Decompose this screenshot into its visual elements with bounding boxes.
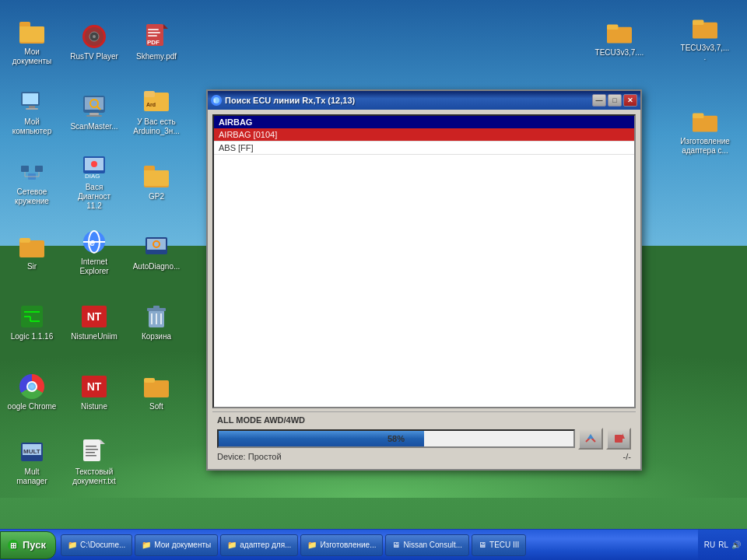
icon-label-rustv: RusTV Player bbox=[70, 52, 118, 61]
icon-label-sir: Sir bbox=[27, 262, 37, 271]
icon-label-moi-dokumenty: Мои документы bbox=[12, 47, 52, 66]
svg-rect-12 bbox=[148, 29, 159, 30]
icon-korzina[interactable]: Корзина bbox=[128, 292, 184, 354]
svg-rect-1 bbox=[19, 24, 30, 29]
svg-text:Ard: Ard bbox=[146, 102, 156, 107]
svg-rect-62 bbox=[144, 380, 169, 397]
progress-action-btn2[interactable] bbox=[606, 428, 631, 450]
taskbar-item-1[interactable]: 📁 Мои документы bbox=[135, 534, 218, 556]
taskbar-label-4: Nissan Consult... bbox=[403, 541, 462, 549]
list-item-abs[interactable]: ABS [FF] bbox=[214, 142, 634, 155]
icon-izgotovlenie[interactable]: Изготовление адаптера с... bbox=[677, 101, 733, 163]
separator: -/- bbox=[623, 452, 631, 461]
svg-text:e: e bbox=[89, 236, 95, 248]
svg-text:MULT: MULT bbox=[23, 448, 40, 455]
svg-rect-0 bbox=[19, 26, 44, 44]
icon-chrome[interactable]: oogle Chrome bbox=[4, 362, 60, 424]
ecu-list[interactable]: AIRBAG AIRBAG [0104] ABS [FF] bbox=[212, 114, 636, 408]
taskbar-icon-2: 📁 bbox=[227, 541, 237, 549]
taskbar-item-0[interactable]: 📁 C:\Docume... bbox=[61, 534, 132, 556]
icon-tecu1[interactable]: TECU3v3,7,.... bbox=[677, 8, 733, 70]
icon-scanmaster[interactable]: ScanMaster... bbox=[66, 82, 122, 144]
title-bar-left: i Поиск ECU линии Rx,Tx (12,13) bbox=[211, 95, 355, 106]
dialog-window: i Поиск ECU линии Rx,Tx (12,13) — □ ✕ AI… bbox=[206, 89, 642, 471]
taskbar: ⊞ Пуск 📁 C:\Docume... 📁 Мои документы 📁 … bbox=[0, 529, 747, 560]
taskbar-icon-0: 📁 bbox=[68, 541, 77, 549]
maximize-button[interactable]: □ bbox=[608, 94, 622, 107]
svg-rect-27 bbox=[144, 91, 155, 97]
svg-rect-63 bbox=[144, 378, 155, 383]
icon-label-ie: Internet Explorer bbox=[79, 257, 108, 276]
svg-rect-30 bbox=[35, 166, 43, 172]
icon-skhemy-pdf[interactable]: PDF Skhemy.pdf bbox=[128, 12, 184, 74]
icon-gp2[interactable]: GP2 bbox=[128, 152, 184, 214]
icon-moi-kompyuter[interactable]: Мой компьютер bbox=[4, 82, 60, 144]
svg-rect-29 bbox=[21, 166, 29, 172]
icon-tecu2[interactable]: TECU3v3,7.... bbox=[591, 8, 647, 70]
tray-network-icon: 🔊 bbox=[731, 541, 741, 549]
list-item-airbag[interactable]: AIRBAG [0104] bbox=[214, 128, 634, 142]
taskbar-item-4[interactable]: 🖥 Nissan Consult... bbox=[385, 534, 469, 556]
icon-setevoe[interactable]: Сетевое кружение bbox=[4, 152, 60, 214]
device-status-text: Device: Простой bbox=[217, 452, 282, 461]
icon-logic[interactable]: Logic 1.1.16 bbox=[4, 292, 60, 354]
svg-rect-78 bbox=[693, 114, 703, 118]
desktop-icon-izgotovlenie-wrapper: Изготовление адаптера с... bbox=[677, 101, 739, 163]
svg-rect-70 bbox=[86, 449, 98, 450]
icon-nistune-unlim[interactable]: NT NistuneUniim bbox=[66, 292, 122, 354]
icon-label-mult: Mult manager bbox=[16, 467, 47, 486]
svg-text:i: i bbox=[214, 98, 216, 103]
svg-rect-17 bbox=[23, 93, 38, 104]
svg-rect-19 bbox=[26, 108, 38, 110]
device-status-row: Device: Простой -/- bbox=[217, 452, 631, 461]
start-label: Пуск bbox=[23, 539, 46, 551]
taskbar-item-3[interactable]: 📁 Изготовление... bbox=[300, 534, 383, 556]
icon-label-scanmaster: ScanMaster... bbox=[70, 122, 117, 131]
svg-marker-11 bbox=[163, 24, 168, 29]
start-button[interactable]: ⊞ Пуск bbox=[0, 531, 56, 559]
icon-label-vasya: Вася Диагност 11.2 bbox=[69, 183, 119, 211]
taskbar-item-2[interactable]: 📁 адаптер для... bbox=[220, 534, 298, 556]
desktop-icons-right: TECU3v3,7,.... bbox=[677, 8, 739, 78]
dialog-title: Поиск ECU линии Rx,Tx (12,13) bbox=[225, 96, 355, 105]
svg-marker-83 bbox=[587, 434, 594, 439]
icon-ie[interactable]: e Internet Explorer bbox=[66, 222, 122, 284]
progress-action-btn1[interactable] bbox=[578, 428, 603, 450]
icon-rustv-player[interactable]: RusTV Player bbox=[66, 12, 122, 74]
minimize-button[interactable]: — bbox=[592, 94, 606, 107]
icon-label-tekstovyi: Текстовый документ.txt bbox=[72, 467, 116, 486]
icon-soft[interactable]: Soft bbox=[128, 362, 184, 424]
svg-rect-25 bbox=[86, 115, 102, 117]
svg-point-9 bbox=[93, 35, 96, 38]
icon-label-korzina: Корзина bbox=[142, 332, 171, 341]
svg-rect-67 bbox=[83, 439, 100, 461]
icon-mult[interactable]: MULT Mult manager bbox=[4, 432, 60, 494]
svg-rect-2 bbox=[21, 30, 43, 42]
taskbar-item-5[interactable]: 🖥 TECU III bbox=[472, 534, 526, 556]
svg-rect-71 bbox=[86, 452, 95, 453]
icon-tekstovyi[interactable]: Текстовый документ.txt bbox=[66, 432, 122, 494]
taskbar-icon-1: 📁 bbox=[142, 541, 151, 549]
taskbar-items: 📁 C:\Docume... 📁 Мои документы 📁 адаптер… bbox=[61, 534, 698, 556]
tray-lang: RU bbox=[704, 541, 715, 549]
icon-sir[interactable]: Sir bbox=[4, 222, 60, 284]
svg-rect-41 bbox=[144, 168, 155, 173]
taskbar-tray: RU RL 🔊 bbox=[698, 530, 747, 560]
icon-moi-dokumenty[interactable]: Мои документы bbox=[4, 12, 60, 74]
desktop: Мои документы RusTV Player bbox=[0, 0, 747, 560]
icon-autodiagno[interactable]: AutoDiagno... bbox=[128, 222, 184, 284]
close-button[interactable]: ✕ bbox=[623, 94, 637, 107]
icon-label-setevoe: Сетевое кружение bbox=[15, 187, 49, 206]
progress-label: 58% bbox=[388, 434, 405, 443]
svg-rect-69 bbox=[86, 446, 96, 447]
taskbar-icon-3: 📁 bbox=[307, 541, 317, 549]
list-header: AIRBAG bbox=[214, 116, 634, 128]
bottom-label: ALL MODE AWD/4WD bbox=[217, 415, 631, 425]
desktop-icon-tecu2-wrapper: TECU3v3,7.... bbox=[591, 8, 654, 70]
icon-nistune[interactable]: NT Nistune bbox=[66, 362, 122, 424]
icon-vasya[interactable]: DIAG Вася Диагност 11.2 bbox=[66, 152, 122, 214]
svg-rect-43 bbox=[19, 238, 30, 243]
taskbar-label-1: Мои документы bbox=[154, 541, 211, 549]
icon-arduino[interactable]: Ard У Вас есть Arduino_3н... bbox=[128, 82, 184, 144]
icon-label-gp2: GP2 bbox=[149, 192, 164, 201]
